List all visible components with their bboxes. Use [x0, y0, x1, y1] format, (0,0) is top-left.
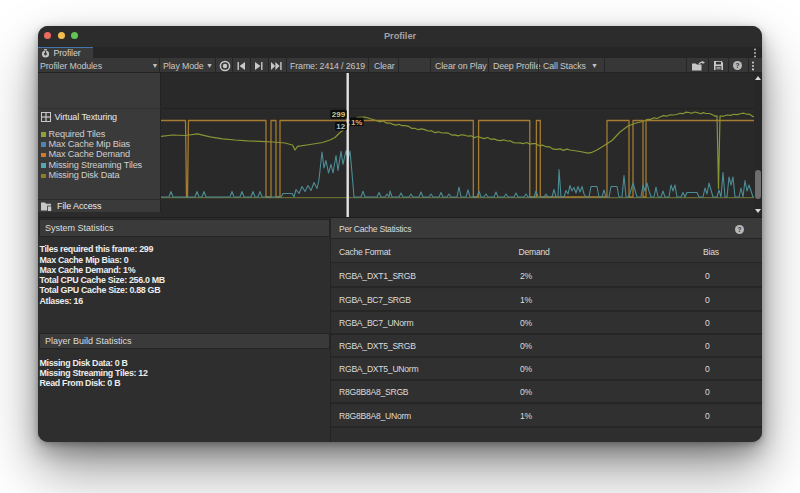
svg-text:1%: 1%: [351, 118, 363, 127]
svg-text:?: ?: [738, 226, 742, 233]
svg-text:299: 299: [332, 110, 346, 119]
svg-text:12: 12: [336, 122, 345, 131]
svg-text:?: ?: [735, 62, 739, 69]
